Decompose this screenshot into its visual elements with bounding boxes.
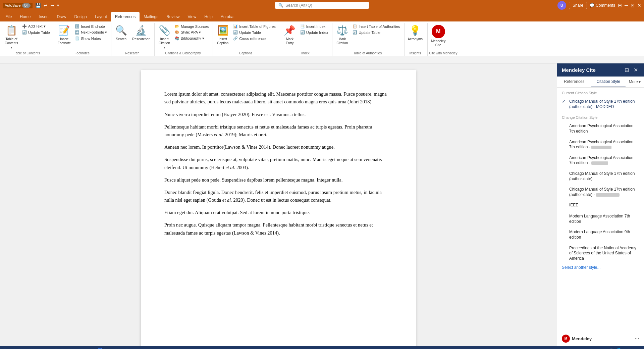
- insert-table-of-figures-button[interactable]: 📊 Insert Table of Figures: [232, 23, 277, 29]
- comments-icon: 💬: [590, 3, 595, 8]
- tab-references[interactable]: References: [111, 12, 140, 21]
- show-notes-button[interactable]: 🗒️ Show Notes: [73, 36, 108, 41]
- paragraph-4: Aenean nec lorem. In porttitor(Lawson & …: [164, 143, 392, 151]
- mendeley-current-style-name: Chicago Manual of Style 17th edition (au…: [569, 99, 639, 109]
- ruler: [0, 56, 644, 63]
- citations-col: 📂 Manage Sources 🎨 Style: APA ▾ 📚 Biblio…: [173, 23, 210, 41]
- ribbon-group-index: 📌 MarkEntry 📑 Insert Index 🔄 Update Inde…: [280, 23, 332, 56]
- style-button[interactable]: 🎨 Style: APA ▾: [173, 30, 210, 35]
- update-table-auth-icon: 🔄: [353, 30, 357, 35]
- mendeley-style-ieee[interactable]: ✓ IEEE: [557, 200, 644, 211]
- ribbon-group-toc: 📋 Table ofContents ▾ ➕ Add Text ▾ 🔄 Upda…: [1, 23, 54, 56]
- close-button[interactable]: ✕: [637, 3, 641, 8]
- document-area[interactable]: Lorem ipsum dolor sit amet, consectetuer…: [0, 63, 557, 346]
- tab-help[interactable]: Help: [200, 12, 217, 21]
- mendeley-style-apa7[interactable]: ✓ American Psychological Association 7th…: [557, 121, 644, 137]
- bibliography-button[interactable]: 📚 Bibliography ▾: [173, 36, 210, 41]
- insert-citation-button[interactable]: 📎 InsertCitation ▾: [156, 23, 173, 51]
- restore-button[interactable]: ⊡: [631, 3, 635, 8]
- mendeley-style-mla7[interactable]: ✓ Modern Language Association 7th editio…: [557, 211, 644, 227]
- user-avatar[interactable]: U: [557, 1, 566, 10]
- update-table-toc-button[interactable]: 🔄 Update Table: [21, 30, 51, 35]
- tab-view[interactable]: View: [184, 12, 201, 21]
- tab-review[interactable]: Review: [162, 12, 183, 21]
- mendeley-change-style-label: Change Citation Style: [557, 112, 644, 121]
- manage-sources-button[interactable]: 📂 Manage Sources: [173, 23, 210, 29]
- mendeley-tabs: References Citation Style More ▾: [557, 77, 644, 88]
- mendeley-style-pnas[interactable]: ✓ Proceedings of the National Academy of…: [557, 243, 644, 264]
- autosave-label: AutoSave: [5, 3, 21, 7]
- tab-design[interactable]: Design: [70, 12, 91, 21]
- mendeley-tab-references[interactable]: References: [557, 77, 591, 87]
- customize-icon[interactable]: ▾: [57, 3, 59, 8]
- acronyms-icon: 💡: [409, 25, 421, 36]
- mendeley-style-mla9[interactable]: ✓ Modern Language Association 9th editio…: [557, 227, 644, 243]
- redo-icon[interactable]: ↪: [50, 3, 54, 8]
- search-button[interactable]: 🔍 Search: [113, 23, 129, 43]
- tab-layout[interactable]: Layout: [91, 12, 111, 21]
- mendeley-cite-button[interactable]: M MendeleyCite: [429, 23, 447, 49]
- cross-reference-button[interactable]: 🔗 Cross-reference: [232, 36, 277, 41]
- insert-index-button[interactable]: 📑 Insert Index: [299, 23, 329, 29]
- paragraph-2: Nunc viverra imperdiet enim (Brayer 2020…: [164, 111, 392, 118]
- next-footnote-icon: ➡️: [75, 30, 79, 35]
- tab-acrobat[interactable]: Acrobat: [217, 12, 238, 21]
- tab-home[interactable]: Home: [16, 12, 35, 21]
- mendeley-style-apa7-variant2[interactable]: ✓ American Psychological Association 7th…: [557, 153, 644, 168]
- mendeley-select-style[interactable]: Select another style...: [557, 264, 644, 271]
- select-another-style-link[interactable]: Select another style...: [557, 262, 605, 272]
- mendeley-style-chicago17-variant[interactable]: ✓ Chicago Manual of Style 17th edition (…: [557, 184, 644, 200]
- mendeley-style-apa7-variant1[interactable]: ✓ American Psychological Association 7th…: [557, 137, 644, 153]
- comments-button[interactable]: 💬 Comments: [590, 3, 615, 8]
- update-index-button[interactable]: 🔄 Update Index: [299, 30, 329, 35]
- citations-group-label: Citations & Bibliography: [156, 51, 210, 56]
- mendeley-sidebar: Mendeley Cite ⊟ ✕ References Citation St…: [557, 63, 644, 346]
- mendeley-sidebar-title: Mendeley Cite: [562, 67, 596, 73]
- share-button[interactable]: Share: [569, 2, 587, 9]
- mark-entry-icon: 📌: [284, 25, 296, 36]
- insert-footnote-button[interactable]: 📝 InsertFootnote: [56, 23, 73, 47]
- toc-dropdown-arrow: ▾: [11, 46, 12, 50]
- mark-entry-button[interactable]: 📌 MarkEntry: [281, 23, 298, 47]
- update-table-auth-button[interactable]: 🔄 Update Table: [351, 30, 401, 35]
- mendeley-style-chicago17[interactable]: ✓ Chicago Manual of Style 17th edition (…: [557, 168, 644, 184]
- search-bar[interactable]: 🔍 Search (Alt+Q): [275, 2, 369, 9]
- update-table-toc-icon: 🔄: [22, 30, 27, 35]
- undo-icon[interactable]: ↩: [44, 3, 48, 8]
- mendeley-group-label: Cite with Mendeley: [429, 51, 457, 56]
- title-bar-right: U Share 💬 Comments ⊟ ─ ⊡ ✕: [557, 1, 641, 10]
- insert-caption-button[interactable]: 🖼️ InsertCaption: [214, 23, 231, 47]
- authorities-col: 📋 Insert Table of Authorities 🔄 Update T…: [351, 23, 401, 35]
- save-icon[interactable]: 💾: [35, 3, 41, 8]
- mendeley-close-button[interactable]: ✕: [632, 67, 639, 73]
- minimize-button[interactable]: ─: [625, 3, 628, 8]
- mendeley-tab-citation-style[interactable]: Citation Style: [591, 77, 626, 87]
- mendeley-cite-icon: M: [432, 25, 445, 38]
- paragraph-6: Fusce aliquet pede non pede. Suspendisse…: [164, 176, 392, 184]
- update-table-captions-button[interactable]: 🔄 Update Table: [232, 30, 277, 35]
- acronyms-button[interactable]: 💡 Acronyms: [406, 23, 425, 43]
- mark-citation-button[interactable]: ⚖️ MarkCitation: [334, 23, 351, 47]
- next-footnote-button[interactable]: ➡️ Next Footnote ▾: [73, 30, 108, 35]
- paragraph-1: Lorem ipsum dolor sit amet, consectetuer…: [164, 90, 392, 106]
- mendeley-footer-logo: M Mendeley: [562, 335, 592, 343]
- tab-file[interactable]: File: [1, 12, 16, 21]
- tab-mailings[interactable]: Mailings: [140, 12, 162, 21]
- update-table-captions-icon: 🔄: [233, 30, 238, 35]
- ribbon-collapse-icon[interactable]: ⊟: [618, 3, 622, 8]
- insert-table-authorities-button[interactable]: 📋 Insert Table of Authorities: [351, 23, 401, 29]
- mendeley-footer-more[interactable]: ···: [635, 336, 639, 342]
- search-ribbon-icon: 🔍: [115, 25, 127, 36]
- tab-draw[interactable]: Draw: [53, 12, 70, 21]
- style-icon: 🎨: [175, 30, 179, 35]
- table-of-contents-button[interactable]: 📋 Table ofContents ▾: [3, 23, 20, 51]
- toc-col: ➕ Add Text ▾ 🔄 Update Table: [21, 23, 51, 35]
- mendeley-tab-more[interactable]: More ▾: [626, 77, 644, 87]
- autosave-badge[interactable]: AutoSave Off: [3, 3, 33, 8]
- mendeley-collapse-button[interactable]: ⊟: [623, 67, 630, 73]
- add-text-button[interactable]: ➕ Add Text ▾: [21, 23, 51, 29]
- autosave-state[interactable]: Off: [22, 3, 31, 8]
- researcher-button[interactable]: 🔬 Researcher: [130, 23, 152, 43]
- tab-insert[interactable]: Insert: [35, 12, 53, 21]
- insert-endnote-button[interactable]: 🔢 Insert Endnote: [73, 23, 108, 29]
